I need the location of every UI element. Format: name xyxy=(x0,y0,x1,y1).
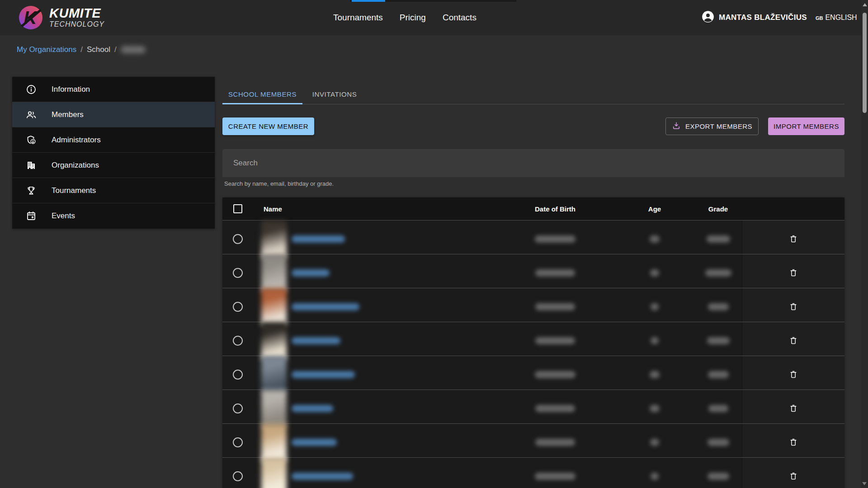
breadcrumb-my-organizations[interactable]: My Organizations xyxy=(17,45,76,54)
export-members-button[interactable]: EXPORT MEMBERS xyxy=(665,117,759,135)
delete-member-button[interactable] xyxy=(784,433,802,451)
member-name-link-redacted[interactable] xyxy=(292,337,340,344)
member-name-link-redacted[interactable] xyxy=(292,303,359,310)
row-select-circle[interactable] xyxy=(233,471,243,481)
select-all-checkbox[interactable] xyxy=(233,204,242,213)
row-select-cell xyxy=(222,336,253,346)
column-header-name: Name xyxy=(253,205,495,213)
member-actions-cell xyxy=(742,356,844,393)
member-name-link-redacted[interactable] xyxy=(292,473,353,480)
member-table-row[interactable] xyxy=(222,389,844,423)
member-age-cell xyxy=(615,337,694,344)
row-select-circle[interactable] xyxy=(233,370,243,380)
breadcrumb: My Organizations / School / xyxy=(17,45,146,54)
language-selector[interactable]: GB ENGLISH xyxy=(816,14,857,22)
member-name-cell xyxy=(253,254,495,291)
sidebar-item-label: Tournaments xyxy=(52,186,96,195)
member-name-link-redacted[interactable] xyxy=(292,269,330,277)
member-table-row[interactable] xyxy=(222,356,844,389)
import-members-button[interactable]: IMPORT MEMBERS xyxy=(768,117,844,135)
member-table-row[interactable] xyxy=(222,322,844,356)
member-table-row[interactable] xyxy=(222,254,844,288)
member-grade-redacted xyxy=(705,269,731,277)
member-actions-cell xyxy=(742,221,844,258)
delete-member-button[interactable] xyxy=(784,399,802,418)
member-age-redacted xyxy=(650,235,660,243)
member-grade-cell xyxy=(694,235,742,243)
calendar-icon xyxy=(26,211,37,221)
scrollbar-down-arrow-icon[interactable] xyxy=(862,482,867,485)
search-input[interactable]: Search xyxy=(222,149,844,177)
user-name: MANTAS BLAŽEVIČIUS xyxy=(719,13,807,22)
sidebar-item-members[interactable]: Members xyxy=(12,102,215,127)
nav-contacts[interactable]: Contacts xyxy=(443,13,476,23)
member-dob-redacted xyxy=(535,405,575,412)
member-table-row[interactable] xyxy=(222,220,844,254)
sidebar-item-organizations[interactable]: Organizations xyxy=(12,153,215,178)
delete-member-button[interactable] xyxy=(784,467,802,485)
brand-subtitle: TECHNOLOGY xyxy=(49,20,104,29)
breadcrumb-separator: / xyxy=(80,45,83,54)
user-menu[interactable]: MANTAS BLAŽEVIČIUS GB ENGLISH xyxy=(702,0,857,35)
member-age-redacted xyxy=(651,303,659,310)
member-age-redacted xyxy=(650,371,660,378)
row-select-circle[interactable] xyxy=(233,437,243,447)
member-name-link-redacted[interactable] xyxy=(292,439,337,446)
trash-icon xyxy=(789,234,798,244)
row-select-cell xyxy=(222,404,253,413)
member-name-link-redacted[interactable] xyxy=(292,235,345,243)
row-select-circle[interactable] xyxy=(233,268,243,278)
app-header: K KUMITE TECHNOLOGY Tournaments Pricing … xyxy=(0,0,868,35)
sidebar-item-tournaments[interactable]: Tournaments xyxy=(12,178,215,203)
members-table: Name Date of Birth Age Grade xyxy=(222,197,844,488)
row-select-circle[interactable] xyxy=(233,404,243,413)
member-name-cell xyxy=(253,356,495,393)
brand-logo[interactable]: K KUMITE TECHNOLOGY xyxy=(18,5,104,30)
trash-icon xyxy=(789,336,798,346)
member-name-link-redacted[interactable] xyxy=(292,405,333,412)
tab-invitations[interactable]: INVITATIONS xyxy=(302,84,367,104)
member-age-redacted xyxy=(650,269,659,277)
nav-tournaments[interactable]: Tournaments xyxy=(333,13,383,23)
member-grade-redacted xyxy=(707,337,730,344)
app-screen: K KUMITE TECHNOLOGY Tournaments Pricing … xyxy=(0,0,868,488)
scrollbar-thumb[interactable] xyxy=(863,13,867,113)
delete-member-button[interactable] xyxy=(784,230,802,248)
member-table-row[interactable] xyxy=(222,457,844,488)
sidebar-item-label: Administrators xyxy=(52,136,101,145)
member-name-link-redacted[interactable] xyxy=(292,371,355,378)
scrollbar-up-arrow-icon[interactable] xyxy=(863,3,867,6)
member-table-row[interactable] xyxy=(222,288,844,322)
member-age-cell xyxy=(615,303,694,310)
admin-shield-icon xyxy=(26,135,37,145)
row-select-circle[interactable] xyxy=(233,234,243,244)
member-name-cell xyxy=(253,424,495,461)
account-icon xyxy=(702,10,714,25)
sidebar-item-information[interactable]: Information xyxy=(12,77,215,102)
sidebar-item-administrators[interactable]: Administrators xyxy=(12,127,215,153)
member-grade-redacted xyxy=(708,371,729,378)
delete-member-button[interactable] xyxy=(784,366,802,384)
column-header-age: Age xyxy=(615,205,694,213)
member-grade-cell xyxy=(694,439,742,446)
row-select-cell xyxy=(222,437,253,447)
sidebar-item-events[interactable]: Events xyxy=(12,203,215,229)
member-table-row[interactable] xyxy=(222,423,844,457)
row-select-circle[interactable] xyxy=(233,336,243,346)
member-dob-cell xyxy=(495,439,615,446)
nav-pricing[interactable]: Pricing xyxy=(400,13,426,23)
delete-member-button[interactable] xyxy=(784,332,802,350)
member-dob-cell xyxy=(495,337,615,344)
create-new-member-button[interactable]: CREATE NEW MEMBER xyxy=(222,117,314,135)
row-select-circle[interactable] xyxy=(233,302,243,312)
delete-member-button[interactable] xyxy=(784,298,802,316)
member-dob-redacted xyxy=(535,371,576,378)
tab-school-members[interactable]: SCHOOL MEMBERS xyxy=(222,84,302,104)
member-grade-cell xyxy=(694,269,742,277)
members-tabs: SCHOOL MEMBERS INVITATIONS xyxy=(222,84,844,104)
table-header-row: Name Date of Birth Age Grade xyxy=(222,197,844,220)
row-select-cell xyxy=(222,234,253,244)
member-age-redacted xyxy=(651,337,659,344)
delete-member-button[interactable] xyxy=(784,264,802,282)
page-scrollbar[interactable] xyxy=(861,0,868,488)
